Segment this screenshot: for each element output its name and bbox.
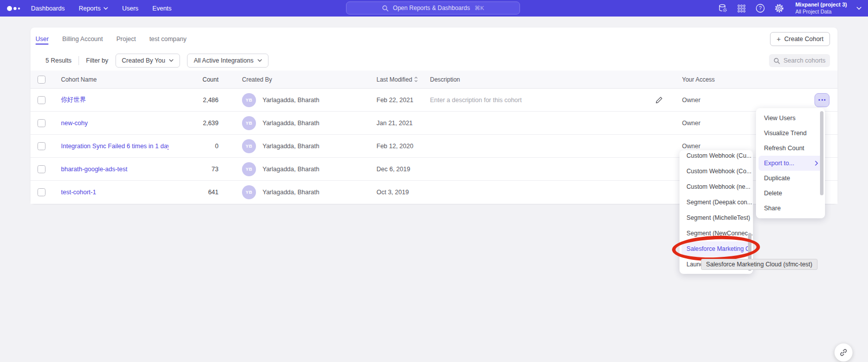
tab-test-company[interactable]: test company — [150, 28, 186, 51]
cohort-count: 0 — [168, 143, 218, 150]
global-search-placeholder: Open Reports & Dashboards — [393, 5, 470, 12]
header-last-modified[interactable]: Last Modified — [370, 76, 423, 83]
tooltip: Salesforce Marketing Cloud (sfmc-test) — [701, 259, 818, 270]
row-checkbox[interactable] — [38, 119, 46, 127]
plus-icon: + — [776, 36, 780, 43]
menu-scrollbar[interactable] — [820, 111, 824, 195]
last-modified-date: Feb 22, 2021 — [370, 97, 423, 104]
table-row: 你好世界 2,486 YB Yarlagadda, Bharath Feb 22… — [30, 89, 838, 112]
submenu-item-segment-michelle[interactable]: Segment (MichelleTest) — [680, 210, 753, 226]
cohort-name-link[interactable]: bharath-google-ads-test — [61, 166, 128, 173]
menu-item-visualize-trend[interactable]: Visualize Trend — [756, 126, 825, 141]
menu-item-export-to[interactable]: Export to... — [758, 156, 822, 171]
created-by-name: Yarlagadda, Bharath — [262, 120, 320, 127]
table-row: new-cohy 2,639 YB Yarlagadda, Bharath Ja… — [30, 112, 838, 135]
description-placeholder[interactable]: Enter a description for this cohort — [423, 97, 655, 104]
project-switcher[interactable]: Mixpanel (project 3) All Project Data — [796, 2, 847, 15]
submenu-item-custom-webhook-2[interactable]: Custom Webhook (Co... — [680, 164, 753, 179]
help-icon[interactable]: ? — [756, 4, 765, 13]
data-management-icon[interactable] — [718, 4, 728, 13]
chevron-down-icon — [169, 59, 174, 62]
submenu-item-segment-deepak[interactable]: Segment (Deepak con... — [680, 195, 753, 210]
last-modified-date: Feb 12, 2020 — [370, 143, 423, 150]
submenu-item-custom-webhook-3[interactable]: Custom Webhook (ne... — [680, 179, 753, 195]
avatar: YB — [242, 116, 256, 130]
nav-item-reports[interactable]: Reports — [78, 5, 108, 12]
menu-item-duplicate[interactable]: Duplicate — [756, 171, 825, 186]
avatar: YB — [242, 185, 256, 199]
project-name: Mixpanel (project 3) — [796, 2, 847, 9]
row-checkbox[interactable] — [38, 142, 46, 150]
cohort-count: 2,486 — [168, 97, 218, 104]
row-actions-button[interactable] — [814, 93, 830, 107]
last-modified-date: Dec 6, 2019 — [370, 166, 423, 173]
row-checkbox[interactable] — [38, 96, 46, 104]
submenu-item-custom-webhook-1[interactable]: Custom Webhook (Cu... — [680, 150, 753, 164]
created-by-filter[interactable]: Created By You — [116, 54, 180, 68]
table-header: Cohort Name Count Created By Last Modifi… — [30, 71, 838, 89]
nav-items: Dashboards Reports Users Events — [31, 5, 172, 12]
tabs-row: User Billing Account Project test compan… — [30, 28, 838, 51]
cohort-name-link[interactable]: 你好世界 — [61, 96, 86, 103]
row-checkbox[interactable] — [38, 188, 46, 196]
last-modified-date: Jan 21, 2021 — [370, 120, 423, 127]
created-by-name: Yarlagadda, Bharath — [262, 97, 320, 104]
nav-item-users[interactable]: Users — [122, 5, 138, 12]
menu-item-delete[interactable]: Delete — [756, 186, 825, 201]
search-cohorts-field[interactable] — [769, 54, 830, 67]
cohort-count: 73 — [168, 166, 218, 173]
cohort-name-link[interactable]: test-cohort-1 — [61, 189, 96, 196]
last-modified-date: Oct 3, 2019 — [370, 189, 423, 196]
created-by-name: Yarlagadda, Bharath — [262, 166, 320, 173]
header-description: Description — [423, 76, 655, 83]
filter-bar: 5 Results Filter by Created By You All A… — [30, 51, 838, 71]
menu-item-refresh-count[interactable]: Refresh Count — [756, 141, 825, 156]
menu-item-share[interactable]: Share — [756, 201, 825, 216]
access-level: Owner — [678, 97, 760, 104]
tab-user[interactable]: User — [36, 28, 48, 51]
select-all-checkbox[interactable] — [38, 76, 46, 84]
create-cohort-button[interactable]: + Create Cohort — [770, 32, 830, 46]
apps-grid-icon[interactable] — [737, 4, 746, 13]
share-link-fab[interactable] — [834, 343, 852, 361]
cohort-count: 2,639 — [168, 120, 218, 127]
pencil-icon[interactable] — [655, 96, 663, 104]
top-nav: Dashboards Reports Users Events Open Rep… — [0, 0, 868, 17]
divider — [78, 56, 79, 65]
integrations-filter[interactable]: All Active Integrations — [187, 54, 268, 68]
chevron-down-icon — [104, 7, 108, 10]
access-level: Owner — [678, 143, 760, 150]
gear-icon[interactable] — [774, 4, 784, 13]
chevron-down-icon — [258, 59, 262, 62]
nav-right: ? Mixpanel (project 3) All Project Data — [718, 0, 868, 17]
access-level: Owner — [678, 120, 760, 127]
chevron-right-icon — [815, 161, 818, 166]
search-cohorts-input[interactable] — [784, 57, 826, 64]
avatar: YB — [242, 93, 256, 107]
export-submenu: Custom Webhook (Cu... Custom Webhook (Co… — [680, 150, 753, 274]
header-your-access: Your Access — [678, 76, 760, 83]
mixpanel-logo[interactable] — [7, 6, 27, 11]
cohort-count: 641 — [168, 189, 218, 196]
search-icon — [382, 5, 388, 12]
nav-item-events[interactable]: Events — [152, 5, 172, 12]
cohort-name-link[interactable]: Integration Sync Failed 6 times in 1 day — [61, 143, 168, 150]
global-search-bar[interactable]: Open Reports & Dashboards ⌘K — [346, 2, 520, 15]
created-by-name: Yarlagadda, Bharath — [262, 189, 320, 196]
svg-text:?: ? — [758, 6, 762, 11]
chevron-down-icon — [856, 7, 862, 10]
tab-project[interactable]: Project — [116, 28, 136, 51]
link-icon — [840, 348, 848, 356]
submenu-item-segment-newconnec[interactable]: Segment (NewConnec... — [680, 226, 753, 241]
nav-item-dashboards[interactable]: Dashboards — [31, 5, 64, 12]
row-context-menu: View Users Visualize Trend Refresh Count… — [756, 108, 825, 218]
filter-by-label: Filter by — [86, 57, 108, 64]
submenu-item-salesforce-marketing-cloud[interactable]: Salesforce Marketing C... — [682, 241, 751, 257]
search-icon — [774, 58, 780, 64]
menu-item-view-users[interactable]: View Users — [756, 111, 825, 126]
cohort-name-link[interactable]: new-cohy — [61, 120, 88, 127]
header-created-by: Created By — [235, 76, 370, 83]
tab-billing-account[interactable]: Billing Account — [62, 28, 102, 51]
avatar: YB — [242, 162, 256, 176]
row-checkbox[interactable] — [38, 165, 46, 173]
